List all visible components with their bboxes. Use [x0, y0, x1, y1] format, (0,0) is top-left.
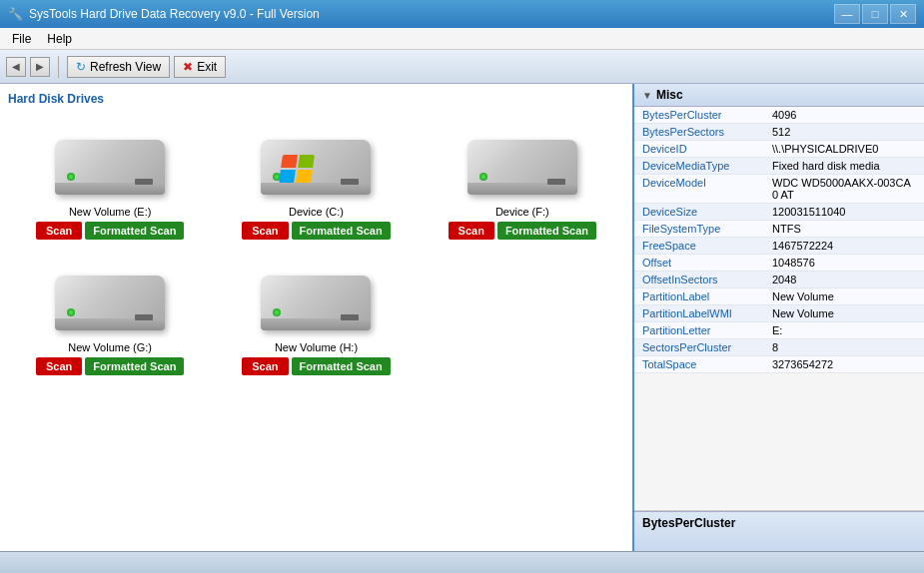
right-panel: ▼ Misc BytesPerCluster4096BytesPerSector… [634, 84, 924, 551]
windows-logo-1 [281, 155, 331, 190]
scan-button-2[interactable]: Scan [449, 222, 494, 240]
scan-button-3[interactable]: Scan [36, 357, 82, 375]
property-value-7: 1467572224 [764, 238, 924, 255]
property-key-9: OffsetInSectors [634, 272, 764, 288]
scan-button-4[interactable]: Scan [242, 357, 288, 375]
refresh-label: Refresh View [90, 60, 161, 74]
hdd-connector-3 [135, 314, 153, 320]
scan-button-0[interactable]: Scan [36, 222, 82, 240]
hdd-led-2 [479, 173, 487, 181]
refresh-view-button[interactable]: ↻ Refresh View [67, 56, 170, 78]
formatted-scan-button-2[interactable]: Formatted Scan [497, 222, 596, 240]
property-key-14: TotalSpace [634, 356, 764, 373]
main-area: Hard Disk Drives New Volume (E:)ScanForm… [0, 84, 924, 551]
property-key-1: BytesPerSectors [634, 124, 764, 141]
properties-header: ▼ Misc [634, 84, 924, 107]
property-row-11: PartitionLabelWMINew Volume [634, 305, 924, 322]
property-key-10: PartitionLabel [634, 288, 764, 305]
properties-section: ▼ Misc BytesPerCluster4096BytesPerSector… [634, 84, 924, 511]
property-value-1: 512 [764, 124, 924, 141]
property-value-6: NTFS [764, 221, 924, 238]
property-row-13: SectorsPerCluster8 [634, 339, 924, 356]
property-row-8: Offset1048576 [634, 255, 924, 272]
hdd-connector-0 [135, 179, 153, 185]
formatted-scan-button-1[interactable]: Formatted Scan [292, 222, 391, 240]
property-key-8: Offset [634, 255, 764, 272]
exit-label: Exit [197, 60, 217, 74]
property-row-9: OffsetInSectors2048 [634, 272, 924, 288]
property-value-3: Fixed hard disk media [764, 158, 924, 175]
drive-label-2: Device (F:) [495, 206, 549, 218]
property-key-12: PartitionLetter [634, 322, 764, 339]
property-value-12: E: [764, 322, 924, 339]
hdd-connector-4 [341, 314, 359, 320]
drive-label-1: Device (C:) [289, 206, 344, 218]
maximize-button[interactable]: □ [862, 4, 888, 24]
property-row-3: DeviceMediaTypeFixed hard disk media [634, 158, 924, 175]
left-panel-title: Hard Disk Drives [8, 92, 624, 106]
menubar: File Help [0, 28, 924, 50]
scan-button-1[interactable]: Scan [242, 222, 288, 240]
property-key-7: FreeSpace [634, 238, 764, 255]
property-key-2: DeviceID [634, 141, 764, 158]
property-row-5: DeviceSize120031511040 [634, 204, 924, 221]
menu-file[interactable]: File [4, 30, 39, 48]
property-value-13: 8 [764, 339, 924, 356]
property-value-4: WDC WD5000AAKX-003CA0 AT [764, 175, 924, 204]
drive-grid: New Volume (E:)ScanFormatted ScanDevice … [8, 118, 624, 387]
drive-icon-0 [50, 130, 170, 200]
menu-help[interactable]: Help [39, 30, 80, 48]
hdd-led-0 [67, 173, 75, 181]
titlebar-left: 🔧 SysTools Hard Drive Data Recovery v9.0… [8, 7, 320, 21]
toolbar: ◀ ▶ ↻ Refresh View ✖ Exit [0, 50, 924, 84]
hdd-connector-2 [547, 179, 565, 185]
formatted-scan-button-0[interactable]: Formatted Scan [85, 222, 184, 240]
formatted-scan-button-3[interactable]: Formatted Scan [85, 357, 184, 375]
section-label: Misc [656, 88, 683, 102]
property-key-5: DeviceSize [634, 204, 764, 221]
drive-item-0: New Volume (E:)ScanFormatted Scan [12, 122, 208, 248]
property-key-6: FileSystemType [634, 221, 764, 238]
property-value-9: 2048 [764, 272, 924, 288]
property-key-11: PartitionLabelWMI [634, 305, 764, 322]
property-value-10: New Volume [764, 288, 924, 305]
minimize-button[interactable]: — [834, 4, 860, 24]
next-button[interactable]: ▶ [30, 57, 50, 77]
property-status-bar: BytesPerCluster [634, 511, 924, 551]
exit-icon: ✖ [183, 60, 193, 74]
property-value-0: 4096 [764, 107, 924, 124]
property-value-2: \\.\PHYSICALDRIVE0 [764, 141, 924, 158]
titlebar: 🔧 SysTools Hard Drive Data Recovery v9.0… [0, 0, 924, 28]
drive-label-4: New Volume (H:) [275, 341, 358, 353]
property-row-7: FreeSpace1467572224 [634, 238, 924, 255]
property-row-6: FileSystemTypeNTFS [634, 221, 924, 238]
app-title: SysTools Hard Drive Data Recovery v9.0 -… [29, 7, 320, 21]
prev-button[interactable]: ◀ [6, 57, 26, 77]
selected-property-label: BytesPerCluster [642, 516, 735, 530]
statusbar [0, 551, 924, 573]
left-panel: Hard Disk Drives New Volume (E:)ScanForm… [0, 84, 634, 551]
property-key-4: DeviceModel [634, 175, 764, 204]
property-row-1: BytesPerSectors512 [634, 124, 924, 141]
drive-item-3: New Volume (G:)ScanFormatted Scan [12, 258, 208, 383]
formatted-scan-button-4[interactable]: Formatted Scan [292, 357, 391, 375]
exit-button[interactable]: ✖ Exit [174, 56, 226, 78]
drive-buttons-3: ScanFormatted Scan [36, 357, 184, 375]
close-button[interactable]: ✕ [890, 4, 916, 24]
property-row-10: PartitionLabelNew Volume [634, 288, 924, 305]
property-key-3: DeviceMediaType [634, 158, 764, 175]
drive-item-4: New Volume (H:)ScanFormatted Scan [218, 258, 414, 383]
property-key-0: BytesPerCluster [634, 107, 764, 124]
drive-buttons-2: ScanFormatted Scan [449, 222, 596, 240]
toolbar-separator [58, 56, 59, 78]
property-row-2: DeviceID\\.\PHYSICALDRIVE0 [634, 141, 924, 158]
hdd-connector-1 [341, 179, 359, 185]
drive-label-0: New Volume (E:) [69, 206, 152, 218]
drive-icon-4 [256, 266, 376, 335]
refresh-icon: ↻ [76, 60, 86, 74]
collapse-icon[interactable]: ▼ [642, 90, 652, 101]
property-key-13: SectorsPerCluster [634, 339, 764, 356]
property-row-12: PartitionLetterE: [634, 322, 924, 339]
drive-item-1: Device (C:)ScanFormatted Scan [218, 122, 414, 248]
hdd-led-4 [273, 308, 281, 316]
